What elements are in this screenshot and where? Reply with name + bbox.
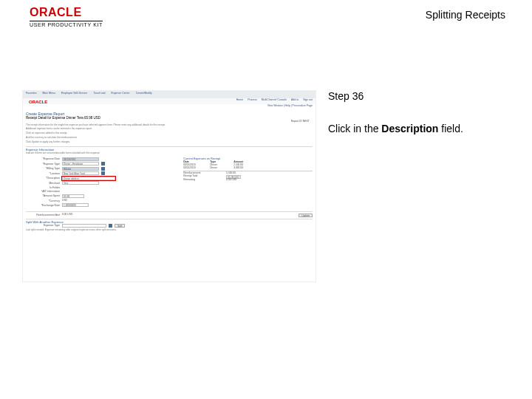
rt-header: Date Type Amount (183, 160, 313, 163)
input-expense-date[interactable]: 03/13/2013 (62, 157, 99, 161)
label-amount: *Amount Spent (26, 194, 60, 197)
chevron-down-icon[interactable] (101, 167, 105, 171)
label-description: *Description (26, 177, 60, 180)
nav-item: Main Menu (42, 92, 55, 98)
label-split-type: Expense Type (26, 224, 60, 227)
value-currency: USD (62, 200, 67, 202)
label-merchant: Merchant (26, 182, 60, 185)
label-expense-date: *Expense Date (26, 157, 60, 160)
table-row: 03/14/2013 Dinner 3,000.00 (183, 167, 313, 170)
app-nav: Favorites Main Menu Employee Self-Servic… (23, 91, 316, 98)
subnav-item: Home (236, 98, 243, 104)
select-split-type[interactable] (62, 224, 106, 228)
section-expense-info: Expense Information (26, 146, 313, 151)
oracle-logo: ORACLE USER PRODUCTIVITY KIT (30, 6, 103, 27)
step-label: Step 36 (328, 90, 510, 102)
input-location[interactable]: New York Main Yard (62, 171, 99, 175)
lookup-icon[interactable] (101, 171, 105, 175)
nav-item: Favorites (26, 92, 36, 98)
intro-para: Click Update to apply any further change… (23, 140, 316, 145)
app-crumb: New Window | Help | Personalize Page (23, 104, 316, 110)
brand-sub: USER PRODUCTIVITY KIT (30, 21, 103, 27)
total-value: 0.00 USD (226, 179, 236, 182)
footer-note: Last split created. Expense remaining af… (23, 228, 316, 233)
label-reimb-amt: Reimbursement Amt (26, 214, 60, 216)
label-billing-type: *Billing Type (26, 167, 60, 170)
subnav-item: Add to (291, 98, 299, 104)
input-exchange-rate[interactable]: 1.00000000 (62, 203, 89, 207)
instruction-text: Click in the Description field. (328, 123, 510, 134)
total-label: Remaining (183, 179, 219, 182)
label-currency: *Currency (26, 200, 60, 202)
nav-item: Create/Modify (136, 92, 152, 98)
td: Dinner (210, 167, 226, 170)
chevron-down-icon[interactable] (101, 162, 105, 166)
input-merchant[interactable]: Tera (62, 181, 99, 185)
split-button[interactable]: Split (115, 224, 125, 228)
chevron-down-icon[interactable] (109, 224, 112, 228)
nav-item: Travel and (93, 92, 105, 98)
instr-bold: Description (381, 123, 438, 134)
label-in-folder: In Folder (26, 186, 60, 189)
instruction-pane: Step 36 Click in the Description field. (328, 90, 510, 282)
label-location: *Location (26, 172, 60, 175)
subnav-item: MultiChannel Console (262, 98, 287, 104)
update-button[interactable]: Update (299, 214, 313, 217)
doc-title: Splitting Receipts (426, 6, 505, 21)
nav-item: Expense Center (112, 92, 130, 98)
label-exchange-rate: *Exchange Rate (26, 204, 60, 207)
subnav-item: Process (248, 98, 257, 104)
td: 03/14/2013 (183, 167, 202, 170)
input-description[interactable]: Dinner while in (62, 177, 115, 180)
select-billing-type[interactable]: Billable (62, 167, 99, 171)
instr-prefix: Click in the (328, 123, 381, 134)
page-h1: Create Expense Report (23, 110, 316, 116)
instr-suffix: field. (438, 123, 463, 134)
label-vat: VAT Information (26, 190, 60, 193)
oracle-mini-logo: ORACLE (26, 98, 50, 104)
label-expense-type: *Expense Type (26, 163, 60, 166)
input-amount[interactable]: 65.98 (62, 194, 84, 198)
select-expense-type[interactable]: Dinner - Employee (62, 162, 99, 166)
value-reimb-amt: 0.00 USD (62, 214, 72, 216)
nav-item: Employee Self-Service (61, 92, 87, 98)
subnav-item: Sign out (303, 98, 313, 104)
app-screenshot: Favorites Main Menu Employee Self-Servic… (22, 90, 316, 282)
td: 3,000.00 (233, 167, 243, 170)
brand-word: ORACLE (30, 6, 103, 19)
app-subnav: ORACLE Home Process MultiChannel Console… (23, 98, 316, 104)
split-section: Split With Another Expense (26, 219, 313, 224)
